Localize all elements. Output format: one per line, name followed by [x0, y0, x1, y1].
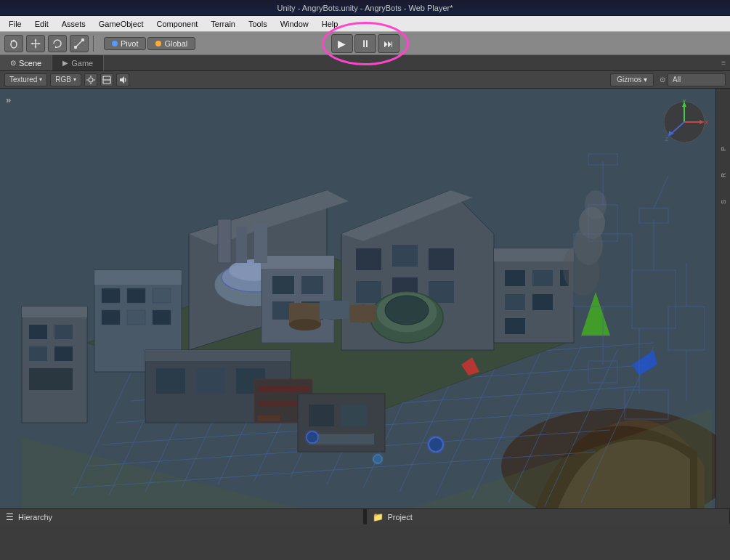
svg-rect-75 [505, 270, 525, 286]
hand-tool-button[interactable] [4, 35, 23, 52]
svg-marker-6 [35, 46, 37, 49]
svg-rect-90 [156, 368, 185, 394]
title-text: Unity - AngryBots.unity - AngryBots - We… [6, 4, 724, 12]
scene-viewport[interactable] [0, 89, 715, 524]
search-input[interactable] [668, 73, 726, 86]
svg-rect-80 [505, 318, 525, 334]
svg-point-133 [585, 190, 607, 219]
toolbar-divider-1 [93, 36, 94, 52]
rotate-tool-button[interactable] [48, 35, 67, 52]
menu-component[interactable]: Component [150, 18, 203, 30]
svg-rect-62 [236, 227, 247, 263]
right-label-s: S [720, 200, 727, 204]
svg-marker-9 [55, 46, 57, 48]
step-button[interactable]: ⏭ [378, 34, 400, 53]
project-panel[interactable]: 📁 Project [367, 509, 731, 524]
svg-rect-46 [102, 288, 120, 303]
rgb-dropdown-arrow: ▾ [73, 76, 76, 83]
game-tab[interactable]: ▶ Game [52, 55, 104, 70]
svg-rect-76 [532, 270, 553, 286]
svg-marker-5 [35, 38, 37, 41]
gizmos-button[interactable]: Gizmos ▾ [610, 73, 654, 86]
menu-tools[interactable]: Tools [243, 18, 273, 30]
svg-rect-58 [301, 276, 323, 294]
svg-rect-45 [94, 270, 182, 285]
svg-rect-11 [81, 38, 84, 41]
move-tool-button[interactable] [26, 35, 45, 52]
axes-gizmo[interactable]: Y X Z [661, 99, 708, 146]
svg-rect-50 [127, 310, 145, 325]
svg-text:X: X [705, 119, 708, 126]
menu-window[interactable]: Window [275, 18, 315, 30]
bottom-bar: ☰ Hierarchy 📁 Project [0, 508, 730, 524]
svg-rect-47 [127, 288, 145, 303]
menu-gameobject[interactable]: GameObject [93, 18, 150, 30]
svg-marker-8 [38, 42, 41, 44]
svg-rect-85 [320, 301, 349, 319]
menu-bar: File Edit Assets GameObject Component Te… [0, 16, 730, 32]
svg-rect-64 [356, 248, 381, 270]
svg-rect-95 [258, 386, 309, 392]
pivot-button[interactable]: Pivot [104, 37, 146, 50]
play-button[interactable]: ▶ [331, 34, 353, 53]
rgb-dropdown[interactable]: RGB ▾ [50, 73, 81, 86]
svg-rect-63 [254, 223, 267, 263]
scene-chevron[interactable]: » [6, 94, 11, 105]
svg-rect-74 [494, 248, 574, 261]
scene-tab-icon: ⊙ [10, 59, 16, 67]
svg-rect-48 [153, 288, 171, 303]
svg-point-104 [373, 455, 382, 463]
right-label-r: R [720, 173, 727, 178]
hierarchy-icon: ☰ [6, 512, 14, 522]
scene-area: Y X Z » P R S ☰ Hierarchy 📁 Project [0, 89, 730, 524]
svg-rect-109 [22, 307, 87, 317]
hierarchy-panel[interactable]: ☰ Hierarchy [0, 509, 364, 524]
svg-rect-67 [356, 281, 381, 303]
svg-rect-113 [54, 346, 73, 361]
scale-tool-button[interactable] [70, 35, 89, 52]
skybox-toggle[interactable] [100, 73, 113, 86]
scene-tab[interactable]: ⊙ Scene [0, 55, 52, 70]
toolbar: Pivot Global ▶ ⏸ ⏭ [0, 32, 730, 55]
svg-rect-79 [532, 294, 553, 310]
svg-point-102 [307, 431, 318, 443]
svg-rect-78 [505, 294, 525, 310]
view-tabs: ⊙ Scene ▶ Game ≡ [0, 55, 730, 71]
search-icon: ⊙ [660, 76, 665, 84]
scene-toolbar: Textured ▾ RGB ▾ Gizmos ▾ ⊙ [0, 71, 730, 89]
svg-rect-108 [22, 307, 87, 423]
menu-assets[interactable]: Assets [56, 18, 92, 30]
menu-help[interactable]: Help [316, 18, 344, 30]
global-button[interactable]: Global [147, 37, 195, 50]
svg-marker-7 [31, 42, 33, 44]
menu-file[interactable]: File [3, 18, 28, 30]
svg-point-13 [89, 78, 93, 82]
pivot-global-group: Pivot Global [104, 37, 195, 50]
svg-rect-99 [309, 405, 334, 426]
tab-maximize[interactable]: ≡ [721, 55, 730, 70]
svg-rect-56 [261, 256, 334, 269]
svg-rect-112 [29, 346, 47, 361]
game-tab-icon: ▶ [62, 59, 68, 67]
svg-rect-66 [429, 248, 454, 270]
textured-dropdown-arrow: ▾ [39, 76, 42, 83]
svg-rect-89 [145, 350, 291, 361]
lighting-toggle[interactable] [84, 73, 97, 86]
project-icon: 📁 [373, 512, 384, 522]
svg-rect-110 [29, 325, 47, 339]
menu-terrain[interactable]: Terrain [205, 18, 241, 30]
menu-edit[interactable]: Edit [29, 18, 54, 30]
svg-rect-114 [29, 368, 73, 390]
play-controls: ▶ ⏸ ⏭ [331, 34, 400, 53]
svg-rect-111 [54, 325, 73, 339]
pause-button[interactable]: ⏸ [354, 34, 376, 53]
title-bar: Unity - AngryBots.unity - AngryBots - We… [0, 0, 730, 16]
svg-text:Z: Z [665, 136, 669, 142]
textured-dropdown[interactable]: Textured ▾ [4, 73, 47, 86]
svg-text:Y: Y [682, 99, 686, 105]
svg-rect-51 [153, 310, 171, 325]
svg-rect-57 [272, 276, 294, 294]
svg-point-72 [385, 296, 429, 325]
audio-toggle[interactable] [116, 73, 129, 86]
svg-point-103 [429, 437, 443, 452]
